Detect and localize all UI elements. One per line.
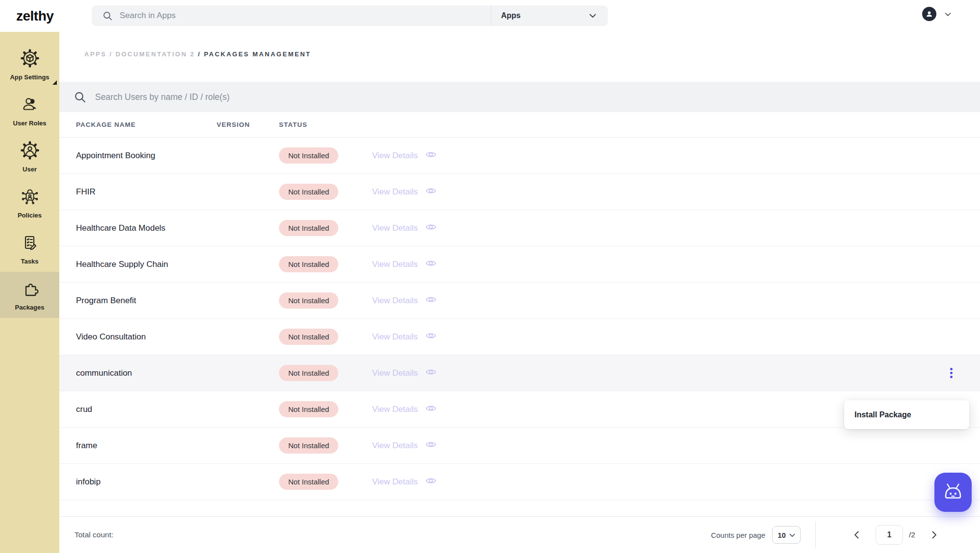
sidebar-item-label: Policies [18, 212, 42, 219]
table-row: Healthcare Supply Chain Not Installed Vi… [59, 246, 980, 283]
sidebar-item-tasks[interactable]: Tasks [0, 226, 59, 272]
view-details-label: View Details [372, 223, 418, 233]
view-details-link[interactable]: View Details [372, 187, 485, 197]
package-name: Healthcare Data Models [76, 223, 217, 233]
sidebar-item-app-settings[interactable]: App Settings [0, 42, 59, 88]
brand-logo: zelthy [16, 0, 53, 32]
view-details-label: View Details [372, 405, 418, 414]
status-badge: Not Installed [279, 437, 338, 454]
search-icon [103, 11, 112, 21]
eye-icon [426, 223, 436, 233]
footer-divider [815, 521, 816, 549]
package-name: Healthcare Supply Chain [76, 260, 217, 269]
tasks-checklist-icon [20, 233, 40, 254]
table-row: Video Consultation Not Installed View De… [59, 319, 980, 355]
column-header-status: STATUS [279, 121, 980, 128]
counts-per-page-label: Counts per page [711, 531, 765, 539]
kebab-menu-icon [950, 368, 953, 370]
package-name: FHIR [76, 187, 217, 197]
view-details-label: View Details [372, 187, 418, 197]
policies-lock-circuit-icon [20, 187, 40, 208]
footer-controls: Counts per page 10 1 /2 [711, 521, 940, 549]
sidebar: App Settings User Roles [0, 32, 59, 553]
column-header-package-name: PACKAGE NAME [76, 121, 217, 128]
view-details-link[interactable]: View Details [372, 151, 485, 161]
expand-corner-icon [52, 80, 57, 85]
status-badge: Not Installed [279, 329, 338, 345]
main-content: APPS / DOCUMENTATION 2 / PACKAGES MANAGE… [59, 32, 980, 516]
breadcrumb-path[interactable]: APPS / DOCUMENTATION 2 [84, 50, 195, 58]
view-details-link[interactable]: View Details [372, 405, 485, 414]
table-row: communication Not Installed View Details [59, 355, 980, 391]
sidebar-item-label: Tasks [21, 258, 39, 265]
view-details-label: View Details [372, 332, 418, 342]
view-details-label: View Details [372, 368, 418, 378]
sidebar-item-packages[interactable]: Packages [0, 272, 59, 318]
view-details-label: View Details [372, 151, 418, 161]
search-scope-value: Apps [501, 11, 521, 20]
install-package-menu-item[interactable]: Install Package [844, 400, 969, 429]
sidebar-item-label: User [23, 166, 37, 173]
view-details-link[interactable]: View Details [372, 332, 485, 342]
counts-per-page-value: 10 [778, 531, 786, 539]
next-page-button[interactable] [929, 528, 940, 542]
table-row: Program Benefit Not Installed View Detai… [59, 283, 980, 319]
status-badge: Not Installed [279, 184, 338, 200]
table-header: PACKAGE NAME VERSION STATUS [59, 112, 980, 138]
view-details-label: View Details [372, 296, 418, 306]
row-context-menu: Install Package [844, 400, 969, 429]
table-body: Appointment Booking Not Installed View D… [59, 138, 980, 500]
user-roles-icon [20, 95, 40, 116]
global-search-container: Apps [92, 5, 608, 26]
search-scope-select[interactable]: Apps [491, 5, 608, 26]
view-details-link[interactable]: View Details [372, 260, 485, 269]
sidebar-item-label: User Roles [13, 120, 47, 127]
status-badge: Not Installed [279, 401, 338, 417]
view-details-label: View Details [372, 260, 418, 269]
table-row: Appointment Booking Not Installed View D… [59, 138, 980, 174]
sidebar-item-policies[interactable]: Policies [0, 180, 59, 226]
topbar: zelthy Apps [0, 0, 980, 32]
package-name: Video Consultation [76, 332, 217, 342]
chevron-down-icon [789, 530, 795, 539]
view-details-link[interactable]: View Details [372, 296, 485, 306]
view-details-link[interactable]: View Details [372, 223, 485, 233]
sidebar-item-user-roles[interactable]: User Roles [0, 88, 59, 134]
package-name: crud [76, 405, 217, 414]
view-details-label: View Details [372, 477, 418, 487]
view-details-link[interactable]: View Details [372, 441, 485, 451]
apps-search-input[interactable] [120, 11, 491, 21]
breadcrumb-current: / PACKAGES MANAGEMENT [198, 50, 311, 58]
package-name: Appointment Booking [76, 151, 217, 161]
previous-page-button[interactable] [851, 528, 862, 542]
status-badge: Not Installed [279, 220, 338, 236]
breadcrumb: APPS / DOCUMENTATION 2 / PACKAGES MANAGE… [84, 50, 980, 58]
view-details-link[interactable]: View Details [372, 477, 485, 487]
row-menu-button[interactable] [947, 365, 955, 381]
package-name: infobip [76, 477, 217, 487]
table-row: frame Not Installed View Details [59, 428, 980, 464]
column-header-version: VERSION [217, 121, 279, 128]
current-page-input[interactable]: 1 [876, 525, 903, 545]
table-row: crud Not Installed View Details [59, 391, 980, 428]
packages-puzzle-icon [20, 279, 40, 300]
sidebar-item-user[interactable]: User [0, 134, 59, 180]
counts-per-page-select[interactable]: 10 [772, 526, 801, 544]
chatbot-button[interactable] [934, 473, 972, 512]
eye-icon [426, 151, 436, 160]
status-badge: Not Installed [279, 256, 338, 272]
status-badge: Not Installed [279, 292, 338, 309]
view-details-label: View Details [372, 441, 418, 451]
view-details-link[interactable]: View Details [372, 368, 485, 378]
chevron-down-icon [589, 11, 596, 20]
user-gear-icon [20, 141, 40, 162]
users-search-input[interactable] [95, 92, 980, 102]
account-menu-button[interactable] [922, 7, 951, 21]
status-badge: Not Installed [279, 365, 338, 381]
eye-icon [426, 441, 436, 450]
package-name: communication [76, 368, 217, 378]
sidebar-item-label: Packages [15, 304, 45, 311]
search-icon [75, 92, 86, 103]
page-total: /2 [909, 530, 915, 539]
package-name: frame [76, 441, 217, 451]
